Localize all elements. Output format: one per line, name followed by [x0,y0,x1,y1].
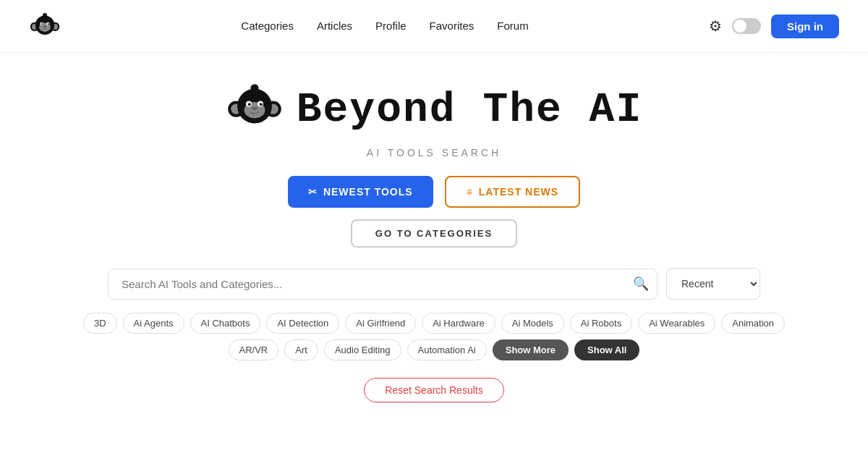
tags-area: 3D Ai Agents AI Chatbots AI Detection Ai… [14,313,854,360]
reset-area: Reset Search Results [364,378,503,402]
nav-profile[interactable]: Profile [375,20,407,32]
tag-ai-wearables[interactable]: Ai Wearables [638,313,715,334]
search-wrapper: 🔍 [108,269,658,300]
nav-right: ⚙ Sign in [709,14,839,38]
nav-articles[interactable]: Articles [317,20,352,32]
tag-3d[interactable]: 3D [83,313,117,334]
hero-title: Beyond The AI [297,86,642,133]
nav-categories[interactable]: Categories [241,20,294,32]
hero-buttons: ✂ NEWEST TOOLS ≡ LATEST NEWS [288,176,580,208]
svg-point-22 [260,103,263,106]
newest-tools-button[interactable]: ✂ NEWEST TOOLS [288,176,433,208]
svg-point-10 [43,25,46,28]
tag-automation-ai[interactable]: Automation Ai [407,339,487,360]
search-area: 🔍 Recent Popular A-Z [14,268,854,300]
reset-search-button[interactable]: Reset Search Results [364,378,503,402]
svg-point-21 [248,103,251,106]
latest-news-button[interactable]: ≡ LATEST NEWS [445,176,580,208]
gear-icon[interactable]: ⚙ [709,17,722,35]
go-to-categories-button[interactable]: GO TO CATEGORIES [351,219,517,248]
tag-ai-chatbots[interactable]: AI Chatbots [190,313,261,334]
logo[interactable] [29,10,61,42]
search-input[interactable] [108,269,658,300]
hero-brand: Beyond The AI [226,79,642,140]
hero-logo-icon [226,79,284,140]
hero-section: Beyond The AI AI TOOLS SEARCH ✂ NEWEST T… [0,53,868,417]
tag-ai-robots[interactable]: Ai Robots [570,313,632,334]
svg-rect-25 [252,88,256,96]
tag-ai-agents[interactable]: Ai Agents [123,313,184,334]
svg-point-9 [48,23,49,25]
logo-icon [29,10,61,42]
nav-links: Categories Articles Profile Favorites Fo… [241,20,528,33]
svg-point-23 [252,106,258,110]
search-icon: 🔍 [633,276,649,291]
nav-forum[interactable]: Forum [497,20,528,32]
show-more-button[interactable]: Show More [493,339,569,360]
navbar: Categories Articles Profile Favorites Fo… [0,0,868,53]
tag-ai-girlfriend[interactable]: Ai Girlfriend [345,313,416,334]
svg-rect-12 [44,15,46,19]
tag-art[interactable]: Art [284,339,318,360]
theme-toggle[interactable] [732,18,761,34]
tag-animation[interactable]: Animation [721,313,785,334]
hero-subtitle: AI TOOLS SEARCH [367,147,501,159]
tag-ai-hardware[interactable]: Ai Hardware [422,313,495,334]
sort-select[interactable]: Recent Popular A-Z [666,268,760,300]
sign-in-button[interactable]: Sign in [771,14,839,38]
news-icon: ≡ [467,186,473,198]
svg-point-8 [41,23,43,25]
tag-ai-models[interactable]: Ai Models [501,313,564,334]
nav-favorites[interactable]: Favorites [430,20,475,32]
search-button[interactable]: 🔍 [633,276,649,292]
tools-icon: ✂ [308,186,318,198]
tag-audio-editing[interactable]: Audio Editing [324,339,401,360]
show-all-button[interactable]: Show All [574,339,639,360]
tag-arvr[interactable]: AR/VR [229,339,279,360]
tag-ai-detection[interactable]: AI Detection [266,313,339,334]
